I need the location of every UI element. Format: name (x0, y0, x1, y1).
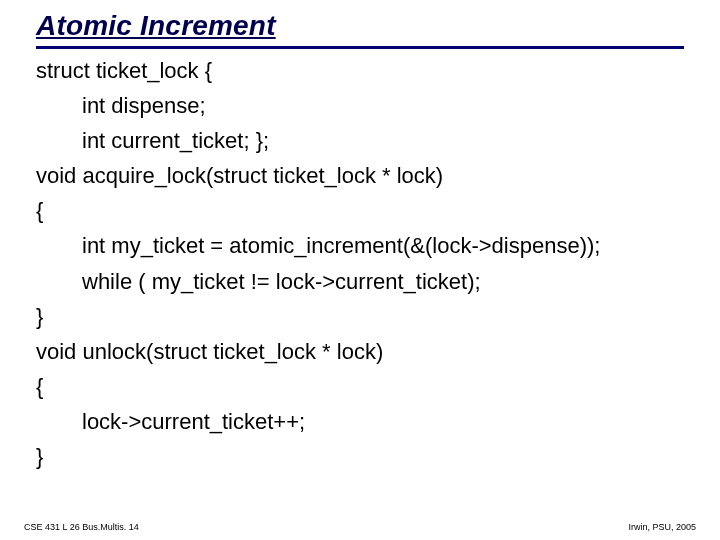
code-line: { (36, 199, 684, 222)
code-line: int dispense; (36, 94, 684, 117)
code-line: while ( my_ticket != lock->current_ticke… (36, 270, 684, 293)
footer-right: Irwin, PSU, 2005 (628, 522, 696, 532)
code-line: int current_ticket; }; (36, 129, 684, 152)
slide: Atomic Increment struct ticket_lock { in… (0, 0, 720, 540)
code-line: lock->current_ticket++; (36, 410, 684, 433)
footer: CSE 431 L 26 Bus.Multis. 14 Irwin, PSU, … (0, 522, 720, 532)
footer-left: CSE 431 L 26 Bus.Multis. 14 (24, 522, 139, 532)
code-line: void acquire_lock(struct ticket_lock * l… (36, 164, 684, 187)
code-line: struct ticket_lock { (36, 59, 684, 82)
code-line: int my_ticket = atomic_increment(&(lock-… (36, 234, 684, 257)
code-line: } (36, 305, 684, 328)
slide-title: Atomic Increment (36, 10, 720, 42)
code-line: void unlock(struct ticket_lock * lock) (36, 340, 684, 363)
code-line: { (36, 375, 684, 398)
title-rule (36, 46, 684, 49)
code-block: struct ticket_lock { int dispense; int c… (0, 59, 720, 468)
code-line: } (36, 445, 684, 468)
title-wrap: Atomic Increment (0, 0, 720, 42)
